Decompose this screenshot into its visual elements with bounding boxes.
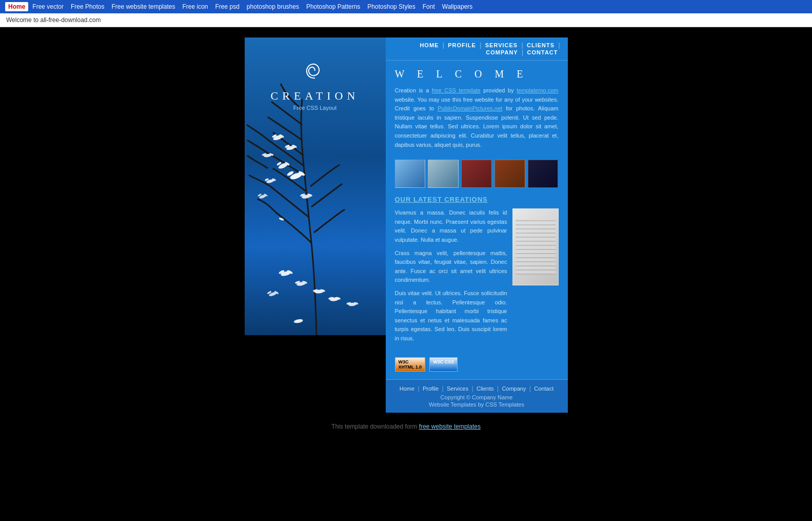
page-footer: This template downloaded form free websi… (321, 413, 491, 440)
nav-font[interactable]: Font (420, 2, 438, 11)
footer-nav-contact[interactable]: Contact (534, 385, 553, 392)
right-panel: HOME | PROFILE | SERVICES | CLIENTS | CO… (386, 37, 568, 413)
thumb-4[interactable] (494, 160, 525, 188)
welcome-text-4: for photos. Aliquam tristique iaculis in… (395, 105, 559, 147)
site-nav-clients[interactable]: CLIENTS (527, 42, 554, 48)
svg-point-10 (276, 161, 281, 166)
svg-point-11 (284, 161, 289, 166)
logo-area: CREATION Free CSS Layout (245, 58, 386, 111)
nav-free-icon[interactable]: Free icon (179, 2, 211, 11)
css-badge: W3C CSS (429, 357, 458, 372)
site-nav-profile[interactable]: PROFILE (448, 42, 476, 48)
welcome-text-1: Creation is a (395, 87, 432, 93)
svg-point-17 (271, 178, 276, 182)
svg-point-30 (296, 281, 306, 286)
svg-point-15 (266, 179, 274, 184)
svg-point-42 (348, 302, 356, 306)
svg-point-43 (346, 302, 351, 305)
svg-point-12 (289, 171, 303, 181)
svg-point-9 (278, 162, 289, 170)
svg-point-4 (284, 144, 290, 148)
footer-nav-services[interactable]: Services (447, 385, 468, 392)
welcome-body: Creation is a free CSS template provided… (395, 86, 559, 149)
svg-point-37 (267, 291, 272, 295)
free-website-templates-link[interactable]: free website templates (419, 423, 481, 430)
nav-photoshop-brushes[interactable]: photoshop brushes (244, 2, 302, 11)
keyboard-image (512, 208, 559, 285)
logo-subtitle: Free CSS Layout (245, 105, 386, 111)
svg-point-35 (320, 289, 325, 292)
nav-free-photos[interactable]: Free Photos (68, 2, 107, 11)
svg-point-40 (328, 297, 333, 300)
latest-heading: OUR LATEST CREATIONS (395, 196, 559, 203)
page-footer-text: This template downloaded form (331, 423, 419, 430)
svg-point-25 (300, 193, 305, 197)
svg-point-28 (278, 269, 285, 275)
welcome-text-2: provided by (481, 87, 517, 93)
top-navigation: Home Free vector Free Photos Free websit… (0, 0, 812, 13)
svg-point-0 (272, 134, 284, 141)
footer-nav-profile[interactable]: Profile (423, 385, 439, 392)
footer-nav-home[interactable]: Home (400, 385, 414, 392)
svg-point-26 (307, 193, 312, 197)
welcome-bar: Welcome to all-free-download.com (0, 13, 812, 27)
svg-point-16 (264, 178, 269, 182)
footer-navigation: Home | Profile | Services | Clients | Co… (391, 385, 563, 392)
svg-point-21 (259, 194, 266, 199)
svg-point-31 (294, 280, 300, 284)
content-row: CREATION Free CSS Layout HOME | PROFILE … (245, 37, 568, 413)
public-domain-link[interactable]: PublicDomainPictures.net (438, 105, 502, 111)
nav-separator: | (522, 49, 523, 56)
latest-creations-section: OUR LATEST CREATIONS Vivamus a massa. Do… (386, 193, 568, 355)
nav-home[interactable]: Home (5, 2, 28, 11)
site-nav-contact[interactable]: CONTACT (527, 49, 558, 55)
svg-point-44 (353, 302, 359, 305)
svg-point-32 (302, 280, 307, 284)
site-footer: Home | Profile | Services | Clients | Co… (386, 379, 568, 413)
svg-point-2 (279, 134, 284, 138)
nav-photoshop-patterns[interactable]: Photoshop Patterns (303, 2, 363, 11)
footer-sep: | (529, 385, 531, 392)
nav-free-psd[interactable]: Free psd (212, 2, 243, 11)
outer-wrapper: CREATION Free CSS Layout HOME | PROFILE … (245, 37, 568, 440)
thumb-3[interactable] (461, 160, 492, 188)
templatemo-link[interactable]: templatemo.com (517, 87, 558, 93)
thumb-2[interactable] (428, 160, 459, 188)
footer-nav-company[interactable]: Company (502, 385, 526, 392)
svg-point-33 (314, 290, 324, 294)
svg-point-8 (269, 153, 274, 156)
site-nav-home[interactable]: HOME (420, 42, 439, 48)
main-wrapper: CREATION Free CSS Layout HOME | PROFILE … (0, 27, 812, 451)
site-nav-company[interactable]: COMPANY (486, 49, 518, 55)
css-template-link[interactable]: free CSS template (432, 87, 481, 93)
nav-separator: | (443, 42, 444, 49)
nav-free-vector[interactable]: Free vector (29, 2, 67, 11)
css-badge-label: W3C CSS (433, 359, 454, 364)
footer-sep: | (442, 385, 443, 392)
thumb-1[interactable] (395, 160, 426, 188)
svg-point-24 (301, 194, 311, 199)
nav-photoshop-styles[interactable]: Photoshop Styles (364, 2, 418, 11)
svg-point-34 (312, 289, 318, 292)
thumb-5[interactable] (528, 160, 559, 188)
footer-nav-clients[interactable]: Clients (477, 385, 494, 392)
site-nav-services[interactable]: SERVICES (485, 42, 518, 48)
svg-point-29 (286, 269, 293, 275)
footer-sep: | (471, 385, 473, 392)
nav-wallpapers[interactable]: Wallpapers (439, 2, 476, 11)
svg-point-27 (280, 271, 291, 277)
svg-point-38 (274, 291, 279, 295)
latest-para-3: Duis vitae velit. Ut ultrices. Fusce sol… (395, 289, 507, 343)
left-panel: CREATION Free CSS Layout (245, 37, 386, 335)
footer-copyright: Copyright © Company Name (391, 394, 563, 400)
svg-point-13 (286, 170, 294, 177)
svg-point-20 (279, 217, 284, 221)
validation-badges: W3C XHTML 1.0 W3C CSS (386, 355, 568, 379)
svg-point-5 (291, 144, 297, 148)
nav-free-website-templates[interactable]: Free website templates (108, 2, 178, 11)
latest-para-1: Vivamus a massa. Donec iaculis felis id … (395, 208, 507, 244)
nav-separator: | (558, 42, 560, 49)
welcome-text: Welcome to all-free-download.com (6, 16, 101, 24)
svg-point-14 (298, 170, 305, 177)
svg-point-7 (262, 153, 267, 156)
